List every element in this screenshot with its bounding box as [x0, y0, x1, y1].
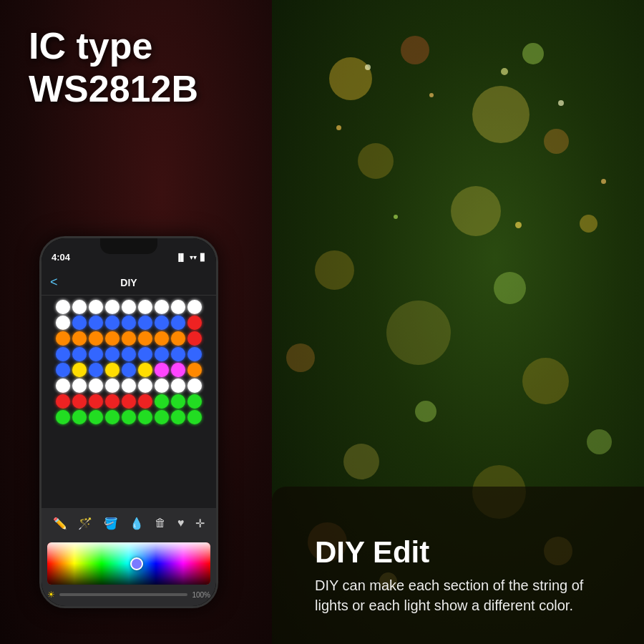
led-dot[interactable]: [89, 331, 103, 346]
led-dot[interactable]: [72, 347, 87, 361]
brightness-sun-icon: ☀: [47, 590, 55, 600]
led-dot[interactable]: [56, 410, 70, 424]
wand-icon[interactable]: 🪄: [78, 517, 92, 530]
led-dot[interactable]: [155, 347, 169, 361]
back-button[interactable]: <: [50, 275, 58, 290]
led-dot[interactable]: [122, 316, 136, 330]
brightness-row: ☀ 100%: [47, 587, 210, 602]
diy-title: DIY Edit: [315, 535, 615, 570]
led-dot[interactable]: [171, 316, 185, 330]
led-dot[interactable]: [72, 300, 87, 314]
led-dot[interactable]: [89, 394, 103, 409]
led-dot[interactable]: [105, 347, 119, 361]
led-dot[interactable]: [105, 316, 119, 330]
heart-icon[interactable]: ♥: [177, 517, 185, 530]
ic-type-section: IC type WS2812B: [29, 25, 198, 111]
led-dot[interactable]: [122, 394, 136, 409]
led-row[interactable]: [47, 347, 210, 361]
led-dot[interactable]: [122, 410, 136, 424]
led-dot[interactable]: [122, 331, 136, 346]
phone-notch: [100, 238, 157, 254]
led-dot[interactable]: [155, 331, 169, 346]
led-dot[interactable]: [89, 379, 103, 393]
led-dot[interactable]: [72, 410, 87, 424]
led-dot[interactable]: [56, 331, 70, 346]
brightness-bar[interactable]: [59, 593, 187, 596]
led-dot[interactable]: [138, 379, 152, 393]
led-dot[interactable]: [105, 363, 119, 377]
color-cursor[interactable]: [130, 557, 143, 570]
led-dot[interactable]: [56, 379, 70, 393]
fill-icon[interactable]: 🪣: [104, 517, 118, 530]
led-dot[interactable]: [105, 394, 119, 409]
pencil-icon[interactable]: ✏️: [53, 517, 67, 530]
led-dot[interactable]: [122, 379, 136, 393]
led-dot[interactable]: [56, 363, 70, 377]
led-dot[interactable]: [89, 300, 103, 314]
led-row[interactable]: [47, 331, 210, 346]
led-dot[interactable]: [89, 410, 103, 424]
led-dot[interactable]: [187, 316, 202, 330]
led-dot[interactable]: [171, 331, 185, 346]
led-dot[interactable]: [89, 316, 103, 330]
battery-icon: ▊: [200, 253, 206, 261]
move-icon[interactable]: ✛: [195, 517, 205, 530]
led-dot[interactable]: [122, 300, 136, 314]
led-dot[interactable]: [105, 331, 119, 346]
led-row[interactable]: [47, 316, 210, 330]
led-dot[interactable]: [155, 363, 169, 377]
led-dot[interactable]: [187, 331, 202, 346]
led-dot[interactable]: [138, 300, 152, 314]
led-dot[interactable]: [171, 347, 185, 361]
led-dot[interactable]: [155, 410, 169, 424]
led-dot[interactable]: [56, 300, 70, 314]
led-dot[interactable]: [56, 394, 70, 409]
led-dot[interactable]: [72, 363, 87, 377]
led-dot[interactable]: [171, 300, 185, 314]
led-dot[interactable]: [138, 331, 152, 346]
led-dot[interactable]: [155, 300, 169, 314]
led-dot[interactable]: [171, 394, 185, 409]
led-dot[interactable]: [187, 363, 202, 377]
led-dot[interactable]: [138, 394, 152, 409]
led-dot[interactable]: [187, 300, 202, 314]
dropper-icon[interactable]: 💧: [130, 517, 144, 530]
led-dot[interactable]: [138, 363, 152, 377]
led-dot[interactable]: [72, 331, 87, 346]
led-row[interactable]: [47, 379, 210, 393]
led-dot[interactable]: [187, 394, 202, 409]
trash-icon[interactable]: 🗑: [155, 517, 166, 530]
led-row[interactable]: [47, 363, 210, 377]
led-dot[interactable]: [122, 347, 136, 361]
led-dot[interactable]: [105, 379, 119, 393]
status-icons: ▐▌ ▾▾ ▊: [176, 253, 206, 261]
led-dot[interactable]: [138, 347, 152, 361]
led-dot[interactable]: [72, 316, 87, 330]
led-dot[interactable]: [138, 410, 152, 424]
led-dot[interactable]: [122, 363, 136, 377]
led-row[interactable]: [47, 410, 210, 424]
led-dot[interactable]: [89, 363, 103, 377]
led-dot[interactable]: [155, 379, 169, 393]
led-dot[interactable]: [89, 347, 103, 361]
led-dot[interactable]: [105, 410, 119, 424]
led-dot[interactable]: [138, 316, 152, 330]
led-dot[interactable]: [187, 347, 202, 361]
color-gradient[interactable]: [47, 542, 210, 585]
led-dot[interactable]: [56, 316, 70, 330]
led-dot[interactable]: [72, 394, 87, 409]
led-dot[interactable]: [187, 379, 202, 393]
led-dot[interactable]: [105, 300, 119, 314]
led-dot[interactable]: [171, 363, 185, 377]
led-dot[interactable]: [187, 410, 202, 424]
led-dot[interactable]: [171, 379, 185, 393]
led-dot[interactable]: [56, 347, 70, 361]
color-picker-area[interactable]: ☀ 100%: [42, 538, 216, 606]
phone-mockup: 4:04 ▐▌ ▾▾ ▊ < DIY ✏️ 🪄 🪣 💧: [39, 236, 218, 608]
led-dot[interactable]: [72, 379, 87, 393]
led-dot[interactable]: [155, 394, 169, 409]
led-row[interactable]: [47, 394, 210, 409]
led-dot[interactable]: [155, 316, 169, 330]
led-dot[interactable]: [171, 410, 185, 424]
led-row[interactable]: [47, 300, 210, 314]
